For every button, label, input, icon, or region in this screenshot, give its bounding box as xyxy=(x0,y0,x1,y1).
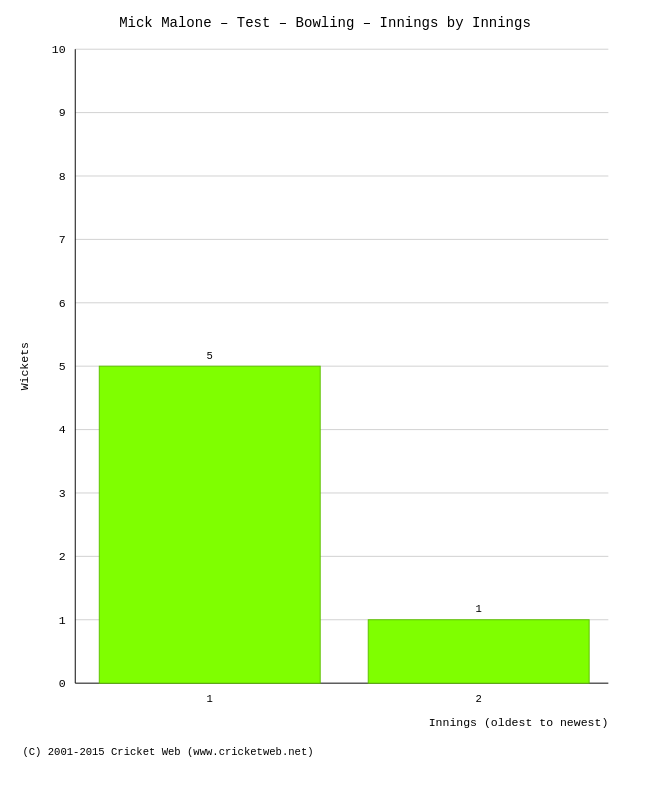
ytick-7: 7 xyxy=(59,233,66,246)
ytick-9: 9 xyxy=(59,106,66,119)
ytick-2: 2 xyxy=(59,550,66,563)
ytick-0: 0 xyxy=(59,677,66,690)
ytick-10: 10 xyxy=(52,43,66,56)
ytick-6: 6 xyxy=(59,297,66,310)
xtick-1: 1 xyxy=(207,693,213,705)
footer-text: (C) 2001-2015 Cricket Web (www.cricketwe… xyxy=(22,746,313,758)
bar-label-2: 1 xyxy=(476,603,482,615)
ytick-5: 5 xyxy=(59,360,66,373)
x-axis-label: Innings (oldest to newest) xyxy=(429,716,609,729)
chart-svg: 10 9 8 7 6 5 4 3 2 1 0 xyxy=(0,30,650,760)
bar-label-1: 5 xyxy=(207,350,213,362)
chart-container: Mick Malone – Test – Bowling – Innings b… xyxy=(0,0,650,800)
chart-title: Mick Malone – Test – Bowling – Innings b… xyxy=(10,10,640,31)
ytick-4: 4 xyxy=(59,423,66,436)
ytick-1: 1 xyxy=(59,614,66,627)
xtick-2: 2 xyxy=(476,693,482,705)
bar-1 xyxy=(99,366,320,683)
bar-2 xyxy=(368,620,589,683)
y-axis-label: Wickets xyxy=(18,342,31,390)
ytick-3: 3 xyxy=(59,487,66,500)
ytick-8: 8 xyxy=(59,170,66,183)
